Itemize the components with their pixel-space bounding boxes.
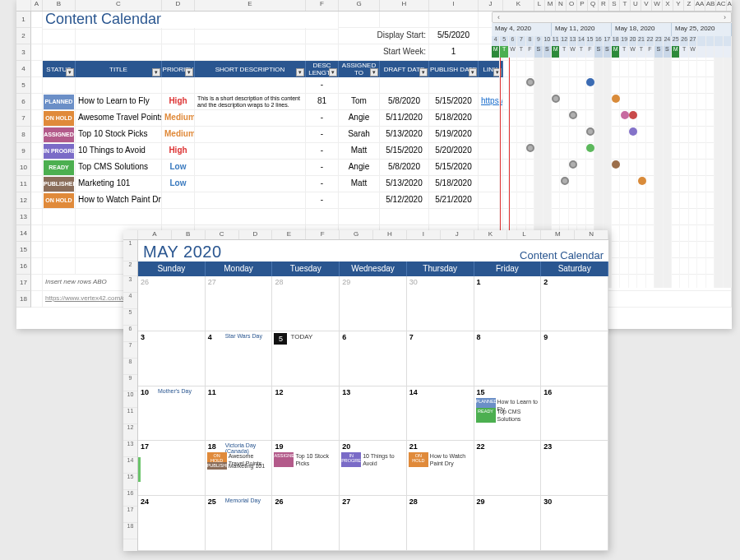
- column-letter[interactable]: Z: [684, 0, 695, 11]
- column-letter[interactable]: I: [407, 230, 441, 239]
- blank-cell[interactable]: [31, 209, 43, 225]
- status-cell[interactable]: ON HOLD: [43, 192, 76, 209]
- day-cell[interactable]: 22: [474, 441, 542, 496]
- row-number[interactable]: 4: [16, 61, 31, 77]
- publish-date-cell[interactable]: 5/18/2020: [429, 176, 479, 192]
- desc-length-cell[interactable]: -: [306, 110, 339, 127]
- day-cell[interactable]: 16: [541, 386, 608, 442]
- row-number[interactable]: 11: [16, 176, 31, 192]
- filter-arrow-icon[interactable]: [185, 68, 193, 76]
- row-number[interactable]: 14: [123, 457, 137, 474]
- blank-cell[interactable]: [43, 28, 76, 44]
- draft-date-cell[interactable]: 5/15/2020: [380, 143, 429, 160]
- title-cell[interactable]: 10 Things to Avoid: [76, 143, 162, 160]
- day-cell[interactable]: 8: [474, 331, 542, 386]
- calendar-event[interactable]: ASSIGNEDTop 10 Stock Picks: [274, 452, 337, 467]
- short-desc-cell[interactable]: [195, 143, 306, 160]
- blank-cell[interactable]: [31, 242, 43, 258]
- day-cell[interactable]: 7: [407, 331, 474, 386]
- column-letter[interactable]: AC: [716, 0, 727, 11]
- column-letter[interactable]: J: [479, 0, 503, 11]
- short-desc-cell[interactable]: [195, 110, 306, 127]
- row-number[interactable]: 1: [16, 12, 31, 28]
- draft-date-cell[interactable]: 5/12/2020: [380, 192, 429, 209]
- short-desc-cell[interactable]: [195, 160, 306, 176]
- day-cell[interactable]: 4Star Wars Day: [206, 331, 273, 386]
- column-letter[interactable]: F: [306, 0, 339, 11]
- blank-cell[interactable]: [31, 127, 43, 143]
- assigned-cell[interactable]: Angie: [339, 160, 380, 176]
- day-cell[interactable]: 15PLANNEDHow to Learn to FlyREADYTop CMS…: [474, 386, 542, 442]
- blank-cell[interactable]: [31, 110, 43, 127]
- blank-cell[interactable]: [43, 258, 76, 275]
- status-cell[interactable]: ON HOLD: [43, 110, 76, 127]
- scroll-left-icon[interactable]: ‹: [497, 13, 500, 21]
- calendar-event[interactable]: READYTop CMS Solutions: [476, 408, 539, 423]
- short-desc-cell[interactable]: [195, 192, 306, 209]
- row-number[interactable]: 18: [123, 523, 137, 539]
- day-cell[interactable]: 27: [206, 276, 273, 331]
- column-header[interactable]: PRIORITY: [162, 61, 195, 77]
- column-letter[interactable]: M: [545, 0, 556, 11]
- row-number[interactable]: 2: [123, 261, 137, 276]
- row-number[interactable]: 17: [123, 507, 137, 523]
- day-cell[interactable]: 23: [541, 441, 608, 496]
- blank-cell[interactable]: [380, 77, 429, 94]
- draft-date-cell[interactable]: 5/13/2020: [380, 127, 429, 143]
- column-letter[interactable]: B: [43, 0, 76, 11]
- column-letter[interactable]: H: [373, 230, 407, 239]
- row-number[interactable]: 12: [123, 424, 137, 441]
- assigned-cell[interactable]: Sarah: [339, 127, 380, 143]
- day-cell[interactable]: 28: [407, 496, 474, 551]
- priority-cell[interactable]: [162, 192, 195, 209]
- column-letter[interactable]: I: [429, 0, 479, 11]
- blank-cell[interactable]: [31, 160, 43, 176]
- column-letter[interactable]: U: [631, 0, 641, 11]
- status-cell[interactable]: PLANNED: [43, 94, 76, 110]
- blank-cell[interactable]: [380, 209, 429, 225]
- row-number[interactable]: 11: [123, 408, 137, 424]
- filter-arrow-icon[interactable]: [66, 68, 74, 76]
- blank-cell[interactable]: [429, 209, 479, 225]
- day-cell[interactable]: 9: [541, 331, 608, 386]
- column-letter[interactable]: A: [31, 0, 43, 11]
- blank-cell[interactable]: [31, 143, 43, 160]
- column-header[interactable]: DRAFT DATE: [380, 61, 429, 77]
- desc-length-cell[interactable]: -: [306, 192, 339, 209]
- column-letter[interactable]: [16, 0, 31, 11]
- display-start-value[interactable]: 5/5/2020: [429, 28, 479, 44]
- blank-cell[interactable]: [31, 61, 43, 77]
- assigned-cell[interactable]: Matt: [339, 143, 380, 160]
- draft-date-cell[interactable]: 5/11/2020: [380, 110, 429, 127]
- blank-cell[interactable]: [339, 77, 380, 94]
- row-number[interactable]: 6: [16, 94, 31, 110]
- column-letter[interactable]: G: [340, 230, 373, 239]
- publish-date-cell[interactable]: 5/20/2020: [429, 143, 479, 160]
- filter-arrow-icon[interactable]: [469, 68, 477, 76]
- blank-cell[interactable]: [43, 225, 76, 242]
- blank-cell[interactable]: [429, 77, 479, 94]
- month-calendar-sheet[interactable]: ABCDEFGHIJKLMN 1234567891011121314151617…: [123, 230, 608, 551]
- row-number[interactable]: 16: [123, 490, 137, 507]
- row-number[interactable]: 10: [123, 391, 137, 408]
- row-number[interactable]: 6: [123, 326, 137, 342]
- draft-date-cell[interactable]: 5/8/2020: [380, 94, 429, 110]
- column-letter[interactable]: B: [172, 230, 206, 239]
- priority-cell[interactable]: High: [162, 94, 195, 110]
- blank-cell[interactable]: [306, 44, 339, 61]
- day-cell[interactable]: 21ON HOLDHow to Watch Paint Dry: [407, 441, 474, 496]
- draft-date-cell[interactable]: 5/8/2020: [380, 160, 429, 176]
- status-cell[interactable]: IN PROGRESS: [43, 143, 76, 160]
- publish-date-cell[interactable]: 5/18/2020: [429, 110, 479, 127]
- draft-date-cell[interactable]: 5/13/2020: [380, 176, 429, 192]
- column-header[interactable]: DESC LENGTH: [306, 61, 339, 77]
- day-cell[interactable]: 26: [272, 496, 340, 551]
- title-cell[interactable]: Marketing 101: [76, 176, 162, 192]
- column-header[interactable]: SHORT DESCRIPTION: [195, 61, 306, 77]
- blank-cell[interactable]: [31, 291, 43, 308]
- row-number[interactable]: 15: [16, 242, 31, 258]
- title-cell[interactable]: Top 10 Stock Picks: [76, 127, 162, 143]
- day-cell[interactable]: 3: [138, 331, 206, 386]
- row-number[interactable]: 3: [16, 44, 31, 61]
- day-cell[interactable]: 17: [138, 441, 206, 496]
